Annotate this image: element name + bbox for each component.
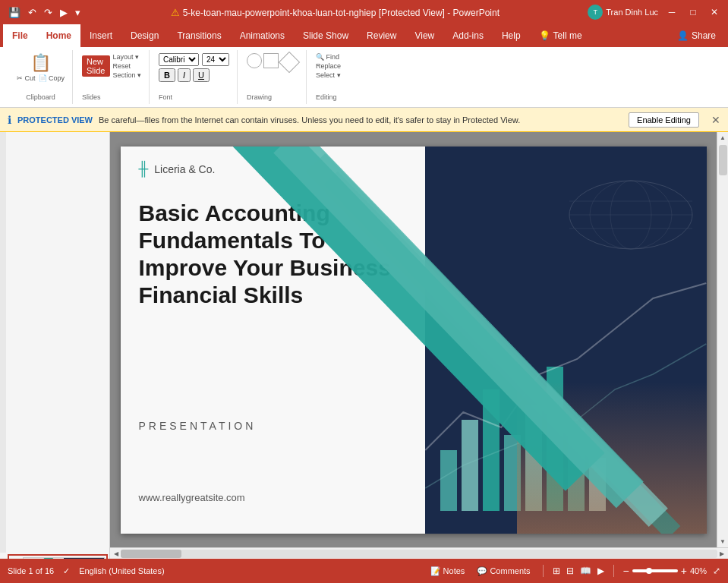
save-icon[interactable]: 💾 [6,5,23,20]
tab-slide-show[interactable]: Slide Show [294,24,358,47]
tab-transitions[interactable]: Transitions [168,24,230,47]
slide-url: www.reallygreatsite.com [139,492,245,503]
shape-rect[interactable] [263,53,279,68]
tab-animations[interactable]: Animations [231,24,294,47]
title-bar-left: 💾 ↶ ↷ ▶ ▾ [6,5,83,20]
thumbnail-list: 1 Basic Accounting Fundamentals 2 Agenda… [0,553,109,559]
zoom-controls: − + 40% [623,565,707,577]
protected-message: Be careful—files from the Internet can c… [99,115,622,124]
logo-company-name: Liceria & Co. [154,163,215,175]
comments-label: Comments [490,566,530,575]
title-bar: 💾 ↶ ↷ ▶ ▾ ⚠ 5-ke-toan-mau-powerpoint-kho… [0,0,728,24]
tab-help[interactable]: Help [493,24,530,47]
select-btn[interactable]: Select ▾ [316,71,341,79]
reading-view-btn[interactable]: 📖 [580,566,591,576]
shape-oval[interactable] [247,53,262,68]
more-qa-icon[interactable]: ▾ [73,5,83,20]
notes-label: Notes [443,566,465,575]
close-protected-bar[interactable]: ✕ [711,114,720,126]
enable-editing-button[interactable]: Enable Editing [629,112,699,128]
normal-view-btn[interactable]: ⊞ [553,566,560,576]
tell-me-box[interactable]: 💡 Tell me [530,24,591,47]
notes-button[interactable]: 📝 Notes [427,565,468,578]
drawing-group: Drawing [239,50,307,104]
find-btn[interactable]: 🔍 Find [316,53,341,61]
tell-me-label: Tell me [553,30,582,41]
tab-insert[interactable]: Insert [80,24,121,47]
replace-btn[interactable]: Replace [316,62,341,70]
font-group: Calibri 24 B I U Font [151,50,238,104]
reset-btn[interactable]: Reset [113,62,142,70]
redo-icon[interactable]: ↷ [42,5,55,20]
share-label: Share [692,30,716,41]
present-icon[interactable]: ▶ [58,5,70,20]
copy-btn[interactable]: 📄 Copy [39,74,65,82]
zoom-slider[interactable] [632,569,678,572]
font-size-select[interactable]: 24 [202,53,229,66]
window-title: ⚠ 5-ke-toan-mau-powerpoint-khoa-luan-tot… [83,7,588,18]
ribbon-tabs: File Home Insert Design Transitions Anim… [0,24,728,47]
shape-diamond[interactable] [279,52,300,73]
zoom-out-btn[interactable]: − [623,565,629,577]
clipboard-label: Clipboard [26,93,55,101]
cut-btn[interactable]: ✂ Cut [17,74,36,82]
tab-design[interactable]: Design [121,24,168,47]
section-btn[interactable]: Section ▾ [113,71,142,79]
clipboard-group: 📋 ✂ Cut 📄 Copy Clipboard [9,50,73,104]
scroll-thumb-h[interactable] [121,550,181,558]
quick-access-toolbar: 💾 ↶ ↷ ▶ ▾ [6,5,83,20]
info-icon: ℹ [8,114,11,126]
check-icon: ✓ [63,566,70,576]
lightbulb-icon: 💡 [539,30,550,41]
scroll-down-arrow[interactable]: ▼ [717,536,728,547]
slide-thumb-1[interactable]: 1 Basic Accounting Fundamentals [9,556,106,559]
restore-button[interactable]: □ [685,5,701,20]
paste-icon[interactable]: 📋 [30,53,51,73]
separator-1 [543,565,544,577]
slide-count: Slide 1 of 16 [8,566,54,575]
tab-file[interactable]: File [3,24,37,47]
slideshow-btn[interactable]: ▶ [597,566,604,576]
username-text: Tran Dinh Luc [606,8,658,17]
zoom-in-btn[interactable]: + [681,565,687,577]
tab-home[interactable]: Home [37,24,80,47]
font-family-select[interactable]: Calibri [159,53,199,66]
bold-btn[interactable]: B [159,68,175,82]
scroll-track-h [121,550,717,558]
font-label: Font [159,93,229,101]
slide-preview-1: Basic Accounting Fundamentals [23,557,105,559]
scroll-thumb-v[interactable] [719,145,727,175]
slide-presentation-label: PRESENTATION [139,420,257,432]
minimize-button[interactable]: ─ [664,5,679,20]
separator-2 [613,565,614,577]
scroll-up-arrow[interactable]: ▲ [717,132,728,143]
vertical-scrollbar[interactable]: ▲ ▼ [717,132,728,547]
comments-button[interactable]: 💬 Comments [474,565,533,578]
slide-area-wrapper: ╫ Liceria & Co. Basic Accounting Fundame… [110,132,728,559]
share-button[interactable]: 👤 Share [668,24,725,47]
undo-icon[interactable]: ↶ [26,5,39,20]
tab-review[interactable]: Review [358,24,405,47]
tab-add-ins[interactable]: Add-ins [443,24,493,47]
italic-btn[interactable]: I [178,68,191,82]
layout-btn[interactable]: Layout ▾ [113,53,142,61]
new-slide-btn[interactable]: NewSlide [82,55,109,77]
scroll-right-arrow[interactable]: ▶ [717,550,726,557]
editing-group: 🔍 Find Replace Select ▾ Editing [308,50,348,104]
person-icon: 👤 [677,30,689,41]
tab-view[interactable]: View [405,24,443,47]
underline-btn[interactable]: U [193,68,210,82]
ribbon-content: 📋 ✂ Cut 📄 Copy Clipboard NewSlide Layout… [0,47,728,108]
slide-sorter-btn[interactable]: ⊟ [566,566,574,576]
zoom-slider-thumb[interactable] [646,568,652,574]
status-bar: Slide 1 of 16 ✓ English (United States) … [0,559,728,583]
language-indicator: English (United States) [79,566,165,575]
slides-group: NewSlide Layout ▾ Reset Section ▾ Slides [74,50,150,104]
fit-slide-btn[interactable]: ⤢ [713,566,720,576]
close-button[interactable]: ✕ [707,5,722,20]
scroll-left-arrow[interactable]: ◀ [112,550,121,557]
protected-view-label: PROTECTED VIEW [17,115,93,124]
slides-label: Slides [82,93,141,101]
warning-title-icon: ⚠ [171,7,180,18]
logo-symbol: ╫ [139,163,149,174]
